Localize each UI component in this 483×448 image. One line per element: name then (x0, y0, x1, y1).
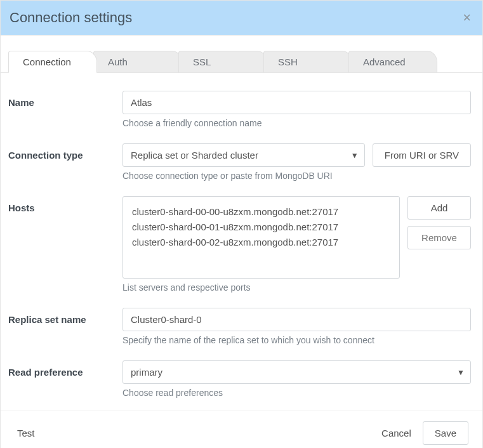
add-host-button[interactable]: Add (407, 196, 471, 220)
test-button[interactable]: Test (15, 424, 37, 442)
host-item[interactable]: cluster0-shard-00-02-u8zxm.mongodb.net:2… (132, 235, 390, 250)
cancel-button[interactable]: Cancel (379, 424, 414, 442)
label-connection-type: Connection type (8, 143, 122, 161)
row-name: Name Choose a friendly connection name (8, 91, 471, 128)
label-name: Name (8, 91, 122, 108)
dialog-header: Connection settings × (1, 1, 482, 36)
host-item[interactable]: cluster0-shard-00-01-u8zxm.mongodb.net:2… (132, 220, 390, 235)
tab-ssh[interactable]: SSH (263, 51, 352, 72)
dialog-footer: Test Cancel Save (1, 411, 482, 448)
connection-type-select-wrap: Replica set or Sharded cluster ▼ (122, 143, 365, 167)
read-pref-select-wrap: primary ▼ (122, 360, 471, 384)
save-button[interactable]: Save (423, 421, 468, 445)
form-area: Name Choose a friendly connection name C… (1, 73, 482, 411)
hosts-side-buttons: Add Remove (407, 196, 471, 249)
dialog-title: Connection settings (10, 10, 132, 26)
close-icon[interactable]: × (463, 11, 471, 25)
name-input[interactable] (122, 91, 471, 114)
helper-hosts: List servers and respective ports (122, 282, 471, 293)
tab-connection[interactable]: Connection (8, 51, 97, 73)
label-hosts: Hosts (8, 196, 122, 213)
helper-connection-type: Choose connection type or paste from Mon… (122, 171, 471, 181)
read-preference-select[interactable]: primary (122, 360, 471, 384)
connection-settings-dialog: Connection settings × Connection Auth SS… (0, 0, 483, 448)
row-read-preference: Read preference primary ▼ Choose read pr… (8, 360, 471, 398)
row-connection-type: Connection type Replica set or Sharded c… (8, 143, 471, 181)
remove-host-button[interactable]: Remove (407, 226, 471, 249)
tab-advanced[interactable]: Advanced (348, 51, 437, 72)
replica-set-input[interactable] (122, 308, 471, 331)
row-hosts: Hosts cluster0-shard-00-00-u8zxm.mongodb… (8, 196, 471, 293)
tab-ssl[interactable]: SSL (178, 51, 267, 72)
tabs-bar: Connection Auth SSL SSH Advanced (1, 36, 482, 73)
label-read-preference: Read preference (8, 360, 122, 378)
connection-type-select[interactable]: Replica set or Sharded cluster (122, 143, 365, 167)
hosts-listbox[interactable]: cluster0-shard-00-00-u8zxm.mongodb.net:2… (122, 196, 400, 279)
host-item[interactable]: cluster0-shard-00-00-u8zxm.mongodb.net:2… (132, 204, 390, 220)
label-replica-set: Replica set name (8, 308, 122, 325)
helper-replica-set: Specify the name of the replica set to w… (122, 335, 471, 345)
row-replica-set: Replica set name Specify the name of the… (8, 308, 471, 345)
helper-name: Choose a friendly connection name (122, 118, 471, 128)
tab-auth[interactable]: Auth (93, 51, 182, 72)
helper-read-pref: Choose read preferences (122, 388, 471, 398)
from-uri-button[interactable]: From URI or SRV (373, 143, 471, 167)
